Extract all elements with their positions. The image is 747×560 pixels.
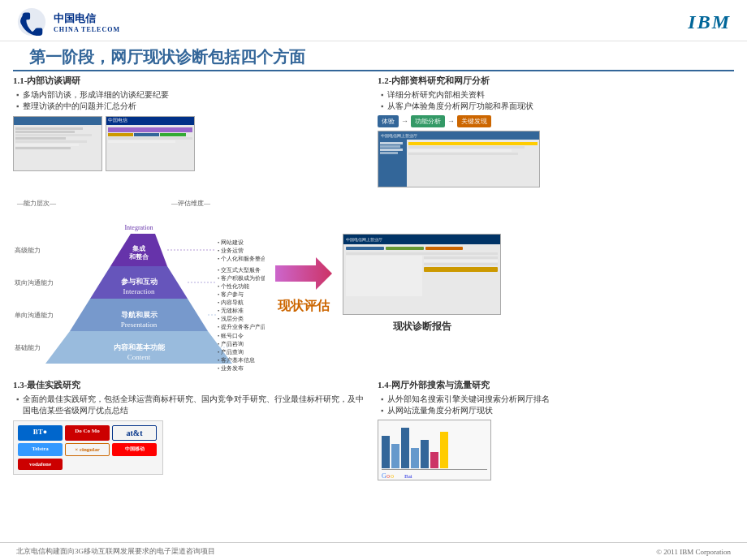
cap-basic: 基础能力 (15, 344, 41, 351)
diagnosis-report-label-area: 现状诊断报告 (343, 320, 501, 334)
mid-section: —能力层次— —评估维度— 内容和基本功能 Content 导航和展示 Pres… (0, 189, 747, 379)
status-eval-label: 现状评估 (278, 298, 330, 315)
cap-unidirectional: 单向沟通能力 (15, 312, 54, 319)
label-integration-cn: 集成 (132, 245, 146, 252)
brand-docomo: Do Co Mo (65, 425, 110, 441)
item-content-4: • 客户基本信息 (218, 357, 255, 363)
label-integration-en: Integration (124, 224, 153, 231)
item-content-5: • 业务发布 (218, 365, 244, 371)
ibm-logo: IBM (688, 11, 731, 33)
brand-telstra: Telstra (18, 443, 63, 456)
label-content-cn: 内容和基本功能 (114, 342, 166, 351)
page-title: 第一阶段，网厅现状诊断包括四个方面 (29, 46, 718, 68)
brand-att: at&t (112, 425, 157, 441)
bullet-1-4-1: 从外部知名搜索引擎关键词搜索分析网厅排名 (381, 394, 734, 405)
footer: 北京电信构建面向3G移动互联网发展要求的电子渠道咨询项目 © 2011 IBM … (0, 542, 747, 560)
svg-text:Bai: Bai (404, 473, 412, 480)
pyramid-svg: —能力层次— —评估维度— 内容和基本功能 Content 导航和展示 Pres… (13, 189, 265, 376)
item-interaction-4: • 客户参与 (218, 291, 244, 298)
chart-mock-search: G o o Bai (378, 420, 491, 480)
ct-logo-icon (16, 6, 47, 37)
page-title-container: 第一阶段，网厅现状诊断包括四个方面 (13, 41, 734, 71)
google-mini-icon: G o o (382, 470, 402, 480)
item-interaction-1: • 交互式大型服务 (218, 267, 261, 274)
section-1-3: 1.3-最佳实践研究 全面的最佳实践研究，包括全球运营商标杆研究、国内竞争对手研… (13, 379, 369, 476)
section-1-2-screen: 中国电信网上营业厅 (378, 131, 734, 187)
label-content-en: Content (127, 353, 151, 361)
label-integration-cn2: 和整合 (128, 253, 149, 261)
screen-mock-3: 中国电信网上营业厅 (378, 131, 540, 187)
tag-function-analysis: 功能分析 (411, 115, 445, 127)
brand-chinamobile: 中国移动 (112, 443, 157, 456)
item-integration-1: • 网站建设 (218, 239, 244, 245)
svg-marker-5 (275, 257, 332, 290)
bullet-1-3-1: 全面的最佳实践研究，包括全球运营商标杆研究、国内竞争对手研究、行业最佳标杆研究，… (16, 394, 369, 417)
svg-text:o: o (386, 472, 390, 480)
item-presentation-3: • 浅层分类 (218, 316, 244, 321)
section-1-3-title: 1.3-最佳实践研究 (13, 379, 369, 391)
baidu-mini-icon: Bai (404, 470, 422, 480)
right-screenshots: 中国电信网上营业厅 (343, 234, 501, 334)
brand-vodafone: vodafone (18, 459, 63, 470)
section-1-4: 1.4-网厅外部搜索与流量研究 从外部知名搜索引擎关键词搜索分析网厅排名 从网站… (378, 379, 734, 481)
item-presentation-1: • 内容导航 (218, 299, 244, 306)
label-presentation-cn: 导航和展示 (121, 310, 158, 319)
axis-label-right: —评估维度— (171, 200, 211, 207)
tag-experience: 体验 (378, 115, 399, 127)
section-1-1: 1.1-内部访谈调研 多场内部访谈，形成详细的访谈纪要纪要 整理访谈的中的问题并… (13, 75, 369, 187)
axis-label-left: —能力层次— (16, 200, 57, 207)
btm-section-row: 1.3-最佳实践研究 全面的最佳实践研究，包括全球运营商标杆研究、国内竞争对手研… (0, 379, 747, 481)
item-integration-2: • 业务运营 (218, 248, 244, 253)
bullet-1-2-2: 从客户体验角度分析网厅功能和界面现状 (381, 101, 734, 112)
bullet-1-2-1: 详细分析研究内部相关资料 (381, 89, 734, 101)
label-interaction-cn: 参与和互动 (121, 278, 158, 286)
screen-mock-eval-1: 中国电信网上营业厅 (343, 234, 501, 315)
tag-key-findings: 关键发现 (457, 115, 491, 127)
item-presentation-2: • 无缝标准 (218, 308, 244, 313)
bullet-1-4-2: 从网站流量角度分析网厅现状 (381, 405, 734, 416)
section-1-2-tags: 体验 → 功能分析 → 关键发现 (378, 115, 734, 127)
section-1-2-bullets: 详细分析研究内部相关资料 从客户体验角度分析网厅功能和界面现状 (378, 89, 734, 113)
diagnosis-report-label: 现状诊断报告 (393, 320, 451, 334)
section-1-1-bullets: 多场内部访谈，形成详细的访谈纪要纪要 整理访谈的中的问题并汇总分析 (13, 89, 369, 113)
item-content-1: • 账号口令 (218, 333, 244, 339)
status-arrow-svg (275, 253, 332, 294)
ct-text: 中国电信 CHINA TELECOM (54, 11, 120, 33)
cap-high: 高级能力 (15, 247, 41, 254)
bullet-1-1-1: 多场内部访谈，形成详细的访谈纪要纪要 (16, 89, 369, 101)
label-interaction-en: Interaction (123, 287, 155, 295)
section-1-4-charts: G o o Bai (378, 420, 734, 480)
section-1-1-screens: 中国电信 (13, 116, 369, 171)
section-1-2: 1.2-内部资料研究和网厅分析 详细分析研究内部相关资料 从客户体验角度分析网厅… (378, 75, 734, 187)
item-presentation-4: • 提升业务客户产品体验 (218, 324, 265, 330)
top-section-row: 1.1-内部访谈调研 多场内部访谈，形成详细的访谈纪要纪要 整理访谈的中的问题并… (0, 75, 747, 187)
item-interaction-2: • 客户积极成为价值发现 (218, 275, 265, 281)
section-1-1-title: 1.1-内部访谈调研 (13, 75, 369, 87)
section-1-3-bullets: 全面的最佳实践研究，包括全球运营商标杆研究、国内竞争对手研究、行业最佳标杆研究，… (13, 394, 369, 417)
brand-logos-grid: BT● Do Co Mo at&t Telstra × cingular 中国移… (13, 420, 163, 475)
svg-text:o: o (391, 472, 394, 480)
item-integration-3: • 个人化和服务整合 (218, 256, 265, 262)
status-eval-area: 现状评估 (271, 253, 336, 315)
china-telecom-logo: 中国电信 CHINA TELECOM (16, 6, 120, 37)
header: 中国电信 CHINA TELECOM IBM (0, 0, 747, 41)
item-interaction-3: • 个性化功能 (218, 283, 249, 289)
section-1-4-bullets: 从外部知名搜索引擎关键词搜索分析网厅排名 从网站流量角度分析网厅现状 (378, 394, 734, 417)
pyramid-container: —能力层次— —评估维度— 内容和基本功能 Content 导航和展示 Pres… (13, 189, 265, 379)
brand-bt: BT● (18, 425, 63, 441)
cap-bidirectional: 双向沟通能力 (15, 279, 54, 286)
footer-left: 北京电信构建面向3G移动互联网发展要求的电子渠道咨询项目 (16, 546, 215, 557)
item-content-3: • 产品查询 (218, 349, 244, 355)
bullet-1-1-2: 整理访谈的中的问题并汇总分析 (16, 101, 369, 112)
footer-right: © 2011 IBM Corporation (656, 548, 731, 556)
section-1-2-title: 1.2-内部资料研究和网厅分析 (378, 75, 734, 87)
label-presentation-en: Presentation (121, 321, 158, 329)
screen-mock-2: 中国电信 (106, 116, 195, 171)
section-1-4-title: 1.4-网厅外部搜索与流量研究 (378, 379, 734, 391)
brand-cingular: × cingular (65, 443, 110, 456)
screen-mock-1 (13, 116, 102, 171)
item-content-2: • 产品咨询 (218, 341, 244, 347)
